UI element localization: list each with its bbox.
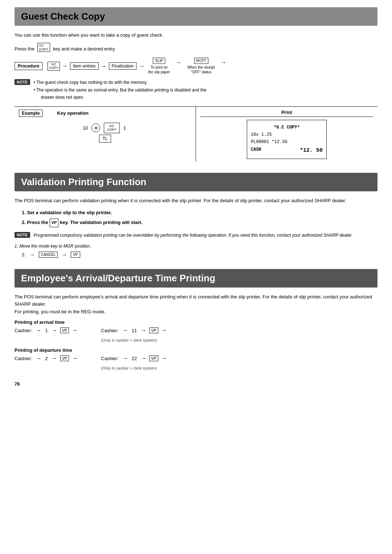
- vp-departure-2: VP: [149, 355, 158, 361]
- example-right: Print *G.C COPY* 10x 1.25 PL00001 *12.50…: [196, 107, 377, 162]
- arrow5: →: [221, 59, 226, 66]
- departure-section: Printing of departure time Cashier: → 2 …: [15, 347, 377, 370]
- note-label-2: NOTE: [15, 232, 30, 238]
- arrow3: →: [139, 63, 144, 69]
- arrival-row1-left: Cashier: → 1 → VP →: [15, 327, 79, 334]
- procedure-flow: GCCOPY → Item entries → Finalization → S…: [48, 58, 228, 74]
- departure-row1-left: Cashier: → 2 → VP →: [15, 355, 79, 362]
- guest-check-section: Guest Check Copy You can use this functi…: [15, 7, 377, 162]
- validation-intro: The POS terminal can perform validation …: [15, 197, 377, 205]
- example-label: Example: [19, 110, 42, 117]
- vp-arrival-1: VP: [60, 327, 69, 333]
- employee-intro: The POS terminal can perform employee's …: [15, 293, 377, 316]
- gc-copy-key-inline: GCCOPY: [37, 43, 50, 52]
- cancel-key: CANCEL: [39, 252, 58, 258]
- key-diagram: 10 ⊗ GCCOPY 1 TL: [19, 120, 191, 146]
- dep1: →: [36, 355, 41, 362]
- departure-row1-right: Cashier: → 22 → VP →: [101, 355, 168, 362]
- dep6: →: [161, 355, 167, 362]
- arrival-cols-1: Cashier: → 1 → VP → Cashier: → 11 → VP →: [15, 327, 377, 342]
- num-11: 11: [132, 328, 137, 333]
- num-1: 1: [45, 328, 48, 333]
- arrival-col-left: Cashier: → 1 → VP →: [15, 327, 79, 335]
- arrow-step2: →: [29, 252, 35, 258]
- note-content-1: • The guest check copy has nothing to do…: [34, 79, 207, 101]
- slip-key: SLIP: [153, 58, 165, 64]
- key-1: 1: [123, 125, 126, 131]
- num-22: 22: [132, 356, 137, 361]
- x-key: ⊗: [91, 123, 100, 132]
- step-note-1: 1. Move the mode key to MGR position.: [15, 244, 377, 249]
- note-line1: • The guest check copy has nothing to do…: [34, 79, 207, 86]
- tl-key: TL: [99, 135, 111, 143]
- number-10: 10: [83, 125, 88, 131]
- page-number: 76: [15, 381, 377, 387]
- arrow2: →: [101, 63, 107, 69]
- arr2: →: [52, 327, 57, 334]
- gc-copy-key: GCCOPY: [48, 62, 60, 71]
- rcpt-group: RCPT When the receipt"OFF" status: [187, 58, 215, 74]
- procedure-row: Procedure GCCOPY → Item entries → Finali…: [15, 58, 377, 74]
- note-label-1: NOTE: [15, 79, 30, 85]
- example-left: Example Key operation 10 ⊗ GCCOPY 1 TL: [15, 107, 196, 162]
- departure-col-right: Cashier: → 22 → VP → (Only in cashier + …: [101, 355, 168, 370]
- departure-col-left: Cashier: → 2 → VP →: [15, 355, 79, 363]
- validation-step2: 2. Press the VP key. The validation prin…: [22, 218, 377, 227]
- rcpt-key: RCPT: [194, 58, 208, 64]
- arr1: →: [36, 327, 41, 334]
- arrow1: →: [62, 63, 68, 69]
- example-header: Example Key operation: [19, 110, 191, 117]
- receipt-line2: 10x 1.25: [251, 131, 323, 138]
- vp-key2: VP: [71, 252, 80, 258]
- item-entries-box: Item entries: [70, 62, 99, 70]
- slip-group: SLIP To print onthe slip paper: [148, 58, 170, 74]
- departure-cols: Cashier: → 2 → VP → Cashier: → 22 → VP →: [15, 355, 377, 370]
- finalization-box: Finalization: [109, 62, 137, 70]
- arr5: →: [140, 327, 146, 334]
- procedure-label: Procedure: [15, 62, 42, 70]
- step2-label: 2.: [22, 252, 26, 257]
- arrow-step2b: →: [61, 252, 67, 258]
- arrival-row1-right: Cashier: → 11 → VP →: [101, 327, 168, 334]
- arrow4: →: [176, 59, 181, 66]
- guest-check-title: Guest Check Copy: [15, 7, 377, 26]
- dep3: →: [72, 355, 78, 362]
- note-content-2: Programmed compulsory validation printin…: [34, 232, 353, 239]
- dep5: →: [140, 355, 146, 362]
- arrival-col-right: Cashier: → 11 → VP → (Only in cashier + …: [101, 327, 168, 342]
- key-row-2: TL: [99, 135, 111, 143]
- only-label-2: (Only in cashier + clerk system): [101, 366, 168, 370]
- cashier-label-2: Cashier:: [101, 328, 118, 333]
- note-box-2: NOTE Programmed compulsory validation pr…: [15, 232, 377, 239]
- arr3: →: [72, 327, 78, 334]
- arr6: →: [161, 327, 167, 334]
- note-line2: • The operation is the same as normal en…: [34, 86, 207, 101]
- step2-flow: 2. → CANCEL → VP: [22, 252, 377, 258]
- keyop-label: Key operation: [57, 110, 89, 116]
- employee-title: Employee's Arrival/Departure Time Printi…: [15, 269, 377, 288]
- num-2: 2: [45, 356, 48, 361]
- print-receipt: *G.C COPY* 10x 1.25 PL00001 *12.50 CASH …: [247, 120, 327, 159]
- slip-sub: To print onthe slip paper: [148, 65, 170, 74]
- intro-line1: You can use this function when you want …: [15, 32, 377, 39]
- validation-title: Validation Printing Function: [15, 173, 377, 191]
- gc-copy-key-diagram: GCCOPY: [104, 123, 120, 134]
- cashier-label-4: Cashier:: [101, 356, 118, 361]
- vp-departure-1: VP: [60, 355, 69, 361]
- arrival-title: Printing of arrival time: [15, 319, 377, 325]
- receipt-line3: PL00001 *12.50: [251, 138, 323, 146]
- dep2: →: [52, 355, 57, 362]
- departure-title: Printing of departure time: [15, 347, 377, 353]
- arrival-section: Printing of arrival time Cashier: → 1 → …: [15, 319, 377, 342]
- cashier-label-3: Cashier:: [15, 356, 32, 361]
- validation-steps: 1. Set a validation slip to the slip pri…: [22, 208, 377, 227]
- print-header: Print: [200, 110, 373, 117]
- key-row-1: 10 ⊗ GCCOPY 1: [83, 123, 127, 134]
- validation-step1: 1. Set a validation slip to the slip pri…: [22, 208, 377, 217]
- vp-arrival-2: VP: [149, 327, 158, 333]
- intro-line2: Press the GCCOPY key and make a desired …: [15, 43, 377, 53]
- example-section: Example Key operation 10 ⊗ GCCOPY 1 TL P…: [15, 106, 377, 162]
- rcpt-sub: When the receipt"OFF" status: [187, 65, 215, 74]
- cashier-label-1: Cashier:: [15, 328, 32, 333]
- note-box-1: NOTE • The guest check copy has nothing …: [15, 79, 377, 101]
